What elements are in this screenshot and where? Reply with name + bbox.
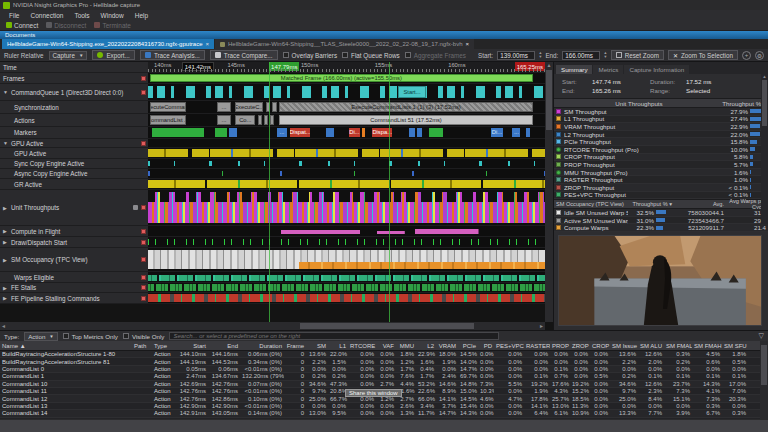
col-header-prop[interactable]: PROP	[550, 343, 570, 349]
col-header-zrop[interactable]: ZROP	[570, 343, 590, 349]
timeline-horizontal-scrollbar[interactable]: ◄►	[0, 322, 545, 330]
track-warps[interactable]	[148, 272, 545, 282]
tab-close-icon[interactable]: ×	[205, 41, 209, 47]
timeline-segment[interactable]: CommandList ...	[150, 115, 186, 124]
col-header-vaf[interactable]: VAF	[376, 343, 396, 349]
col-header-sm-sfu[interactable]: SM SFU	[722, 343, 748, 349]
col-header-l2[interactable]: L2	[416, 343, 436, 349]
legend-color-swatch[interactable]	[141, 205, 146, 210]
disconnect-button[interactable]: Disconnect	[46, 22, 86, 29]
timeline-segment[interactable]	[266, 102, 271, 111]
row-label-queue[interactable]: ▼CommandQueue 1 (Direct3D Direct 0:0)	[0, 84, 148, 100]
legend-color-swatch[interactable]	[141, 240, 146, 245]
row-label-draw[interactable]: ▶Draw/Dispatch Start	[0, 237, 148, 247]
track-actions[interactable]: CommandList ......Co...CommandList 51 (1…	[148, 114, 545, 126]
collapse-icon[interactable]: ▶	[3, 239, 9, 245]
col-header-pd[interactable]: PD	[478, 343, 494, 349]
row-label-gractive[interactable]: GR Active	[0, 179, 148, 189]
legend-color-swatch[interactable]	[141, 296, 146, 301]
row-label-synccopy[interactable]: Sync Copy Engine Active	[0, 159, 148, 168]
timeline-segment[interactable]	[409, 128, 415, 136]
timeline-segment[interactable]: ...	[277, 128, 287, 136]
legend-color-swatch[interactable]	[141, 285, 146, 290]
table-scrollbar[interactable]	[760, 341, 768, 419]
row-label-gpuactive[interactable]: GPU Active	[0, 148, 148, 158]
summary-tab-metrics[interactable]: Metrics	[593, 65, 623, 74]
track-sync[interactable]: ExecuteComman......ExecuteC...ExecuteCom…	[148, 101, 545, 113]
summary-tab-summary[interactable]: Summary	[556, 65, 592, 74]
reset-zoom-button[interactable]: Reset Zoom	[611, 50, 664, 60]
table-row[interactable]: CommandList 10Action142.69ms142.76ms0.07…	[0, 381, 768, 388]
trace-analysis-button[interactable]: Trace Analysis...	[140, 50, 205, 60]
row-label-fepipe[interactable]: ▶FE Pipeline Stalling Commands	[0, 293, 148, 303]
track-gpuactive[interactable]	[148, 148, 545, 158]
start-spinner[interactable]: ▴▾	[539, 51, 541, 59]
row-label-festalls[interactable]: ▶FE Stalls	[0, 283, 148, 292]
table-row[interactable]: CommandList 0Action0.05ms0.06ms<0.01ms (…	[0, 366, 768, 373]
row-label-actions[interactable]: Actions	[0, 114, 148, 126]
track-synccopy[interactable]	[148, 159, 545, 168]
table-row[interactable]: CommandList 1Action2.47ms134.67ms132.20m…	[0, 373, 768, 380]
top-metrics-only-checkbox[interactable]: Top Metrics Only	[63, 333, 118, 340]
sm-occupancy-header[interactable]: SM Occupancy (TPC View) Throughput % ▾ A…	[554, 199, 768, 209]
menu-window[interactable]: Window	[96, 12, 129, 19]
collapse-icon[interactable]: ▶	[3, 228, 9, 234]
timeline-segment[interactable]: Dispa...	[372, 128, 392, 136]
track-fepipe[interactable]	[148, 293, 545, 303]
timeline-segment[interactable]: ...	[217, 102, 231, 111]
col-header-sm-fmah[interactable]: SM FMAH	[692, 343, 722, 349]
track-gractive[interactable]	[148, 179, 545, 189]
timeline-segment[interactable]	[417, 128, 423, 136]
legend-color-swatch[interactable]	[141, 76, 146, 81]
timeline-segment[interactable]	[526, 128, 530, 136]
timeline-vertical-scrollbar[interactable]: ▲	[545, 62, 553, 322]
summary-tab-capture-information[interactable]: Capture Information	[624, 65, 689, 74]
track-ruler[interactable]: 140ms145ms150ms155ms160ms141.42ms147.79m…	[148, 62, 545, 72]
timeline-segment[interactable]: ...	[512, 128, 520, 136]
timeline-segment[interactable]	[429, 128, 443, 136]
col-header-start[interactable]: Start	[176, 343, 208, 349]
timeline-segment[interactable]: ExecuteComman...	[150, 102, 186, 111]
col-header-sm-fmal[interactable]: SM FMAL	[664, 343, 692, 349]
col-header-mmu[interactable]: MMU	[396, 343, 416, 349]
row-label-compute[interactable]: ▶Compute in Flight	[0, 226, 148, 236]
track-unit[interactable]	[148, 190, 545, 225]
track-festalls[interactable]	[148, 283, 545, 292]
col-header-rtcore[interactable]: RTCORE	[348, 343, 376, 349]
row-label-asynccopy[interactable]: Async Copy Engine Active	[0, 169, 148, 178]
track-smocc[interactable]	[148, 248, 545, 271]
table-row[interactable]: CommandList 14Action142.91ms143.05ms0.14…	[0, 410, 768, 417]
col-header-sm-issue[interactable]: SM Issue	[610, 343, 638, 349]
row-label-ruler[interactable]: Time	[0, 62, 148, 72]
document-tab-0[interactable]: HellbladeGame-Win64-Shipping.exe_2022022…	[2, 39, 214, 49]
timeline-segment[interactable]	[326, 128, 334, 136]
end-spinner[interactable]: ▴▾	[604, 51, 606, 59]
terminate-button[interactable]: Terminate	[94, 22, 131, 29]
track-draw[interactable]	[148, 237, 545, 247]
col-header-sm[interactable]: SM	[306, 343, 328, 349]
timeline-segment[interactable]: Co...	[235, 115, 255, 124]
connect-button[interactable]: Connect	[6, 22, 38, 29]
col-header-type[interactable]: Type	[152, 343, 176, 349]
track-markers[interactable]: ...Dispat...Di...Dispa...Di......	[148, 127, 545, 138]
export-button[interactable]: Export...	[92, 50, 134, 60]
track-frames[interactable]: Matched Frame (166.00ms) (active=155.50m…	[148, 73, 545, 83]
timeline-segment[interactable]: ...	[217, 115, 231, 124]
menu-connection[interactable]: Connection	[25, 12, 68, 19]
col-header-name[interactable]: Name ▲	[0, 343, 132, 349]
row-label-smocc[interactable]: ▶SM Occupancy (TPC View)	[0, 248, 148, 271]
collapse-icon[interactable]: ▶	[3, 295, 9, 301]
col-header-sm-alu[interactable]: SM ALU	[638, 343, 664, 349]
col-header-raster[interactable]: RASTER	[524, 343, 550, 349]
track-hdr[interactable]	[148, 139, 545, 147]
legend-color-swatch[interactable]	[141, 141, 146, 146]
track-queue[interactable]: Start...	[148, 84, 545, 100]
end-input[interactable]	[562, 51, 600, 60]
timeline-segment[interactable]: Di...	[491, 128, 503, 136]
track-asynccopy[interactable]	[148, 169, 545, 178]
row-label-hdr[interactable]: ▼GPU Active	[0, 139, 148, 147]
row-label-sync[interactable]: Synchronization	[0, 101, 148, 113]
collapse-icon[interactable]: ▶	[3, 205, 9, 211]
col-header-end[interactable]: End	[208, 343, 240, 349]
col-header-path[interactable]: Path	[132, 343, 152, 349]
